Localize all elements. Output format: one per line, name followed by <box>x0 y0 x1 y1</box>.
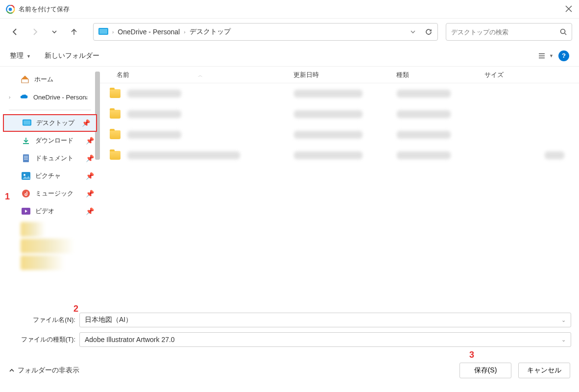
save-fields: 2 ファイル名(N): 日本地図（AI） ⌄ ファイルの種類(T): Adobe… <box>0 307 579 347</box>
organize-menu[interactable]: 整理 ▼ <box>10 51 31 60</box>
svg-line-7 <box>565 33 566 35</box>
hide-folders-label: フォルダーの非表示 <box>18 366 79 375</box>
desktop-icon <box>98 28 108 36</box>
sidebar-item-downloads[interactable]: ダウンロード 📌 <box>0 132 100 149</box>
app-icon <box>6 5 15 14</box>
hide-folders-toggle[interactable]: フォルダーの非表示 <box>9 366 79 375</box>
sidebar-label: OneDrive - Personal <box>33 94 87 101</box>
column-type[interactable]: 種類 <box>391 71 480 79</box>
search-box[interactable] <box>446 23 572 41</box>
chevron-right-icon[interactable]: › <box>9 95 15 100</box>
folder-icon <box>110 110 121 119</box>
annotation-3: 3 <box>469 350 474 360</box>
search-icon[interactable] <box>560 28 567 35</box>
sidebar-label: ビデオ <box>35 207 54 216</box>
breadcrumb-current[interactable]: デスクトップ <box>190 27 231 36</box>
column-name[interactable]: 名前︿ <box>100 71 289 79</box>
sidebar: ホーム › OneDrive - Personal 1 デスクトップ 📌 ダウン… <box>0 67 100 307</box>
forward-button[interactable] <box>26 24 43 40</box>
filetype-select[interactable]: Adobe Illustrator Artwork 27.0 ⌄ <box>79 332 571 347</box>
svg-rect-12 <box>24 121 30 125</box>
address-bar[interactable]: › OneDrive - Personal › デスクトップ <box>93 23 438 41</box>
up-button[interactable] <box>66 24 82 40</box>
onedrive-icon <box>20 93 28 101</box>
sidebar-label: デスクトップ <box>36 119 74 127</box>
sidebar-label: ドキュメント <box>35 154 73 163</box>
sidebar-label: ホーム <box>34 75 53 84</box>
breadcrumb-root[interactable]: OneDrive - Personal <box>118 28 180 36</box>
nav-bar: › OneDrive - Personal › デスクトップ <box>0 19 579 45</box>
sidebar-label: ピクチャ <box>35 172 61 180</box>
folder-icon <box>110 130 121 139</box>
file-list: 名前︿ 更新日時 種類 サイズ <box>100 67 579 307</box>
pin-icon[interactable]: 📌 <box>86 190 94 197</box>
svg-point-18 <box>24 174 25 176</box>
filetype-value: Adobe Illustrator Artwork 27.0 <box>85 336 175 343</box>
sidebar-item-home[interactable]: ホーム <box>0 71 100 88</box>
new-folder-button[interactable]: 新しいフォルダー <box>45 51 99 60</box>
sidebar-item-pictures[interactable]: ピクチャ 📌 <box>0 167 100 185</box>
folder-icon <box>110 151 121 160</box>
sidebar-item-documents[interactable]: ドキュメント 📌 <box>0 149 100 167</box>
cancel-button[interactable]: キャンセル <box>518 363 570 378</box>
column-date[interactable]: 更新日時 <box>289 71 391 79</box>
blurred-item <box>21 255 65 270</box>
document-icon <box>22 154 30 163</box>
music-icon <box>22 189 30 198</box>
chevron-right-icon: › <box>184 29 185 35</box>
blurred-item <box>21 222 45 237</box>
chevron-down-icon[interactable]: ⌄ <box>561 317 566 323</box>
file-row[interactable] <box>100 124 579 145</box>
pin-icon[interactable]: 📌 <box>86 137 94 145</box>
chevron-right-icon: › <box>112 29 114 35</box>
desktop-icon <box>23 119 31 127</box>
title-bar: 名前を付けて保存 <box>0 0 579 19</box>
sidebar-label: ミュージック <box>35 189 73 198</box>
blurred-item <box>21 239 74 253</box>
sidebar-label: ダウンロード <box>35 136 73 145</box>
pin-icon[interactable]: 📌 <box>82 119 90 127</box>
recent-locations-button[interactable] <box>46 24 63 40</box>
filename-value: 日本地図（AI） <box>85 316 132 324</box>
pin-icon[interactable]: 📌 <box>86 207 94 215</box>
folder-icon <box>110 89 121 98</box>
close-icon[interactable] <box>565 5 573 13</box>
annotation-1: 1 <box>5 192 10 202</box>
file-row[interactable] <box>100 145 579 166</box>
help-icon[interactable]: ? <box>558 50 569 61</box>
window-title: 名前を付けて保存 <box>19 5 565 14</box>
svg-rect-5 <box>99 29 107 34</box>
toolbar: 整理 ▼ 新しいフォルダー ▼ ? <box>0 45 579 67</box>
video-icon <box>22 207 30 216</box>
filename-input[interactable]: 日本地図（AI） ⌄ <box>79 313 571 327</box>
search-input[interactable] <box>451 28 560 36</box>
pin-icon[interactable]: 📌 <box>86 154 94 162</box>
svg-point-6 <box>561 29 565 34</box>
file-row[interactable] <box>100 104 579 124</box>
sidebar-item-onedrive[interactable]: › OneDrive - Personal <box>0 88 100 106</box>
svg-point-1 <box>9 7 12 11</box>
annotation-2: 2 <box>73 304 78 314</box>
filetype-label: ファイルの種類(T): <box>8 335 79 344</box>
save-button[interactable]: 保存(S) <box>459 363 511 378</box>
svg-rect-13 <box>23 154 29 162</box>
view-options-button[interactable]: ▼ <box>539 49 554 63</box>
sidebar-item-videos[interactable]: ビデオ 📌 <box>0 202 100 220</box>
refresh-icon[interactable] <box>425 28 433 36</box>
footer: フォルダーの非表示 3 保存(S) キャンセル <box>0 355 579 386</box>
file-row[interactable] <box>100 83 579 104</box>
download-icon <box>22 136 30 145</box>
column-headers: 名前︿ 更新日時 種類 サイズ <box>100 67 579 83</box>
chevron-down-icon[interactable]: ⌄ <box>561 337 566 343</box>
column-size[interactable]: サイズ <box>480 71 538 79</box>
sidebar-item-music[interactable]: ミュージック 📌 <box>0 185 100 202</box>
pictures-icon <box>22 172 30 180</box>
chevron-down-icon[interactable] <box>410 29 416 35</box>
pin-icon[interactable]: 📌 <box>86 172 94 180</box>
back-button[interactable] <box>7 24 24 40</box>
sidebar-item-desktop[interactable]: デスクトップ 📌 <box>3 114 97 132</box>
filename-label: ファイル名(N): <box>8 316 79 324</box>
divider <box>9 110 91 110</box>
chevron-up-icon <box>9 368 15 373</box>
home-icon <box>21 75 29 84</box>
